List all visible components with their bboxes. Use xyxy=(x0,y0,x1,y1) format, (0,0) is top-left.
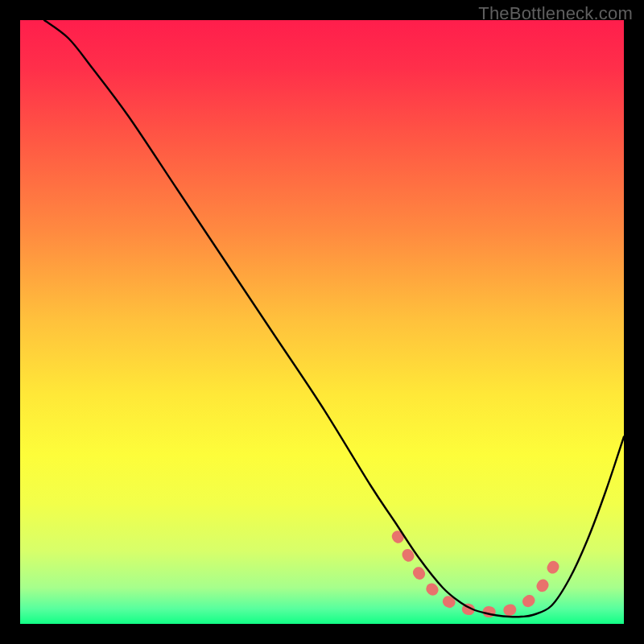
plot-background xyxy=(20,20,624,624)
bottleneck-chart xyxy=(0,0,644,644)
watermark-text: TheBottleneck.com xyxy=(478,3,633,24)
chart-frame: TheBottleneck.com xyxy=(0,0,644,644)
